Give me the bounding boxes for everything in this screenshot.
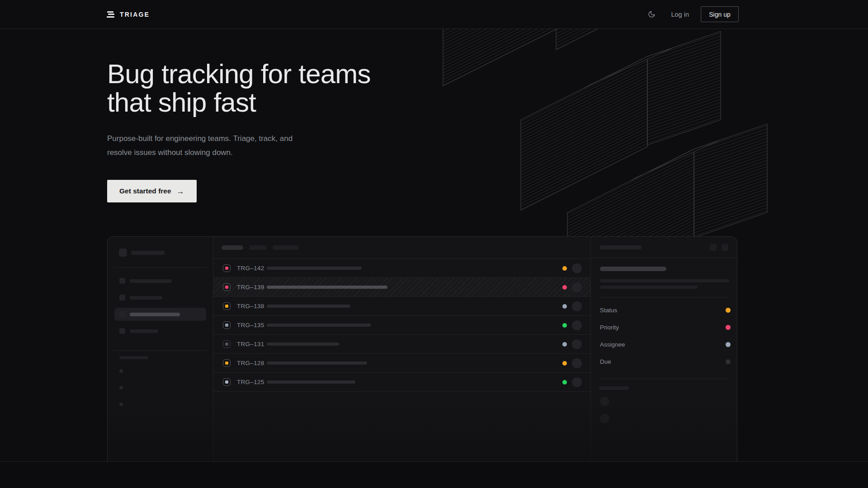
assignee-avatar — [572, 282, 582, 292]
sidebar-dot-skeleton — [119, 386, 123, 389]
sidebar-item-skeleton — [108, 289, 213, 306]
issue-type-icon — [223, 340, 231, 348]
detail-field-dot — [726, 342, 731, 347]
issue-row: TRG–139 — [213, 278, 590, 297]
sidebar-divider — [113, 267, 207, 268]
detail-field-row: Priority — [591, 319, 737, 336]
issue-type-icon — [223, 283, 231, 291]
assignee-avatar — [572, 358, 582, 368]
assignee-avatar — [572, 339, 582, 349]
list-tab-skeleton — [222, 245, 243, 250]
status-dot — [562, 304, 567, 309]
assignee-avatar — [572, 263, 582, 273]
detail-field-dot — [726, 308, 731, 313]
issue-id: TRG–125 — [237, 379, 267, 385]
issue-type-icon — [223, 359, 231, 367]
issue-row: TRG–142 — [213, 259, 590, 278]
triage-logo-icon — [107, 11, 114, 18]
issue-row: TRG–131 — [213, 335, 590, 354]
brand-logo[interactable]: TRIAGE — [107, 0, 150, 28]
detail-divider — [600, 297, 728, 298]
issue-row: TRG–135 — [213, 316, 590, 335]
arrow-right-icon: → — [177, 187, 184, 196]
detail-field-row: Assignee — [591, 336, 737, 353]
list-tab-skeleton — [273, 245, 299, 250]
activity-avatar-skeleton — [600, 414, 609, 423]
detail-field-row: Status — [591, 301, 737, 319]
activity-avatar-skeleton — [600, 397, 609, 406]
issue-type-icon — [223, 321, 231, 329]
issue-row: TRG–138 — [213, 297, 590, 316]
issue-title-skeleton — [267, 286, 387, 289]
login-link[interactable]: Log in — [671, 11, 689, 18]
issue-type-icon — [223, 264, 231, 272]
detail-action-skeleton — [710, 244, 717, 251]
issue-title-skeleton — [267, 267, 362, 270]
issue-title-skeleton — [267, 305, 350, 308]
issue-id: TRG–142 — [237, 265, 267, 272]
issue-id: TRG–131 — [237, 341, 267, 347]
detail-field-label: Priority — [600, 324, 619, 331]
list-tab-skeleton — [249, 245, 267, 250]
mockup-detail-panel: StatusPriorityAssigneeDue — [591, 237, 737, 461]
issue-type-icon — [223, 302, 231, 310]
detail-header-skeleton — [600, 245, 642, 249]
activity-section-skeleton — [599, 386, 629, 390]
issue-title-skeleton — [267, 361, 367, 365]
get-started-button[interactable]: Get started free → — [107, 180, 197, 202]
detail-header — [591, 237, 737, 258]
workspace-name-skeleton — [131, 251, 165, 255]
issue-id: TRG–135 — [237, 322, 267, 328]
sidebar-divider — [113, 350, 207, 351]
moon-icon — [648, 10, 656, 18]
assignee-avatar — [572, 377, 582, 387]
status-dot — [562, 380, 567, 385]
status-dot — [562, 323, 567, 328]
issue-id: TRG–128 — [237, 360, 267, 366]
sidebar-item-skeleton-active — [114, 308, 206, 321]
status-dot — [562, 361, 567, 366]
navbar: TRIAGE Log in Sign up — [0, 0, 868, 29]
issue-id: TRG–139 — [237, 284, 267, 291]
detail-field-label: Due — [600, 358, 611, 365]
app-mockup: TRG–142TRG–139TRG–138TRG–135TRG–131TRG–1… — [107, 236, 737, 461]
detail-text-skeleton — [600, 279, 729, 282]
assignee-avatar — [572, 301, 582, 311]
brand-name: TRIAGE — [120, 11, 150, 18]
detail-text-skeleton — [600, 286, 698, 289]
issue-title-skeleton — [267, 343, 339, 346]
sidebar-item-skeleton — [108, 323, 213, 339]
workspace-skeleton — [119, 249, 213, 257]
wireframe-decoration — [425, 29, 868, 236]
detail-divider — [600, 379, 728, 379]
sidebar-item-skeleton — [108, 272, 213, 289]
detail-field-dot — [726, 325, 731, 330]
sidebar-dot-skeleton — [119, 403, 123, 406]
issue-row: TRG–128 — [213, 354, 590, 373]
status-dot — [562, 342, 567, 347]
issue-title-skeleton — [267, 324, 371, 327]
hero-section: Bug tracking for teams that ship fast Pu… — [107, 60, 371, 160]
status-dot — [562, 266, 567, 271]
sidebar-section-skeleton — [119, 356, 148, 359]
list-header — [213, 237, 590, 259]
detail-title-skeleton — [600, 267, 666, 271]
status-dot — [562, 285, 567, 290]
theme-toggle-button[interactable] — [646, 9, 657, 20]
mockup-issue-list: TRG–142TRG–139TRG–138TRG–135TRG–131TRG–1… — [213, 237, 591, 461]
workspace-icon-skeleton — [119, 249, 127, 257]
detail-field-label: Status — [600, 307, 617, 314]
assignee-avatar — [572, 320, 582, 330]
issue-title-skeleton — [267, 380, 355, 384]
footer — [0, 461, 868, 488]
sidebar-dot-skeleton — [119, 369, 123, 373]
detail-field-row: Due — [591, 353, 737, 370]
signup-button[interactable]: Sign up — [701, 6, 739, 22]
detail-field-label: Assignee — [600, 341, 625, 348]
issue-row: TRG–125 — [213, 373, 590, 392]
page-title: Bug tracking for teams that ship fast — [107, 60, 371, 117]
detail-field-dot — [726, 359, 731, 364]
issue-type-icon — [223, 378, 231, 386]
hero-subtitle: Purpose-built for engineering teams. Tri… — [107, 131, 371, 160]
detail-action-skeleton — [722, 244, 728, 251]
